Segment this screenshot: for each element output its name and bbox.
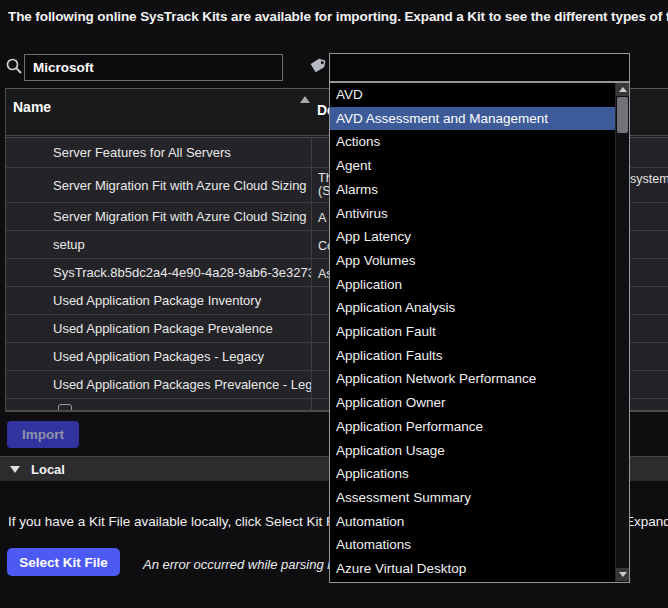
dropdown-option[interactable]: Azure Virtual Desktop	[330, 557, 615, 581]
kit-name: Server Features for All Servers	[6, 138, 311, 167]
dropdown-option[interactable]: App Latency	[330, 225, 615, 249]
dropdown-option[interactable]: Actions	[330, 130, 615, 154]
tag-filter-dropdown-list: AVD AVD Assessment and Management Action…	[329, 82, 630, 583]
kit-name: setup	[6, 231, 311, 258]
dropdown-option[interactable]: App Volumes	[330, 249, 615, 273]
dropdown-scrollbar[interactable]	[615, 83, 629, 582]
chevron-down-icon	[10, 466, 20, 473]
tag-filter-combobox-input[interactable]	[329, 53, 630, 82]
dropdown-option[interactable]: Application Performance	[330, 415, 615, 439]
dropdown-option[interactable]: Application	[330, 273, 615, 297]
dropdown-option[interactable]: AVD Assessment and Management	[330, 107, 615, 131]
checkbox-partial[interactable]	[58, 404, 72, 412]
dropdown-option[interactable]: Antivirus	[330, 202, 615, 226]
scroll-down-icon[interactable]	[616, 568, 629, 581]
dropdown-option[interactable]: Application Analysis	[330, 296, 615, 320]
parse-error-text: An error occurred while parsing i	[143, 557, 330, 572]
scrollbar-thumb[interactable]	[617, 97, 628, 133]
sort-ascending-icon	[300, 96, 310, 103]
search-input[interactable]	[24, 54, 283, 81]
search-icon	[5, 57, 23, 75]
kit-name: Used Application Package Inventory	[6, 287, 311, 314]
kit-file-help-text: If you have a Kit File available locally…	[8, 514, 337, 529]
local-section-title: Local	[31, 462, 65, 477]
import-button[interactable]: Import	[7, 421, 79, 448]
dropdown-option[interactable]: Applications	[330, 462, 615, 486]
kit-name: Server Migration Fit with Azure Cloud Si…	[6, 203, 311, 230]
dropdown-option[interactable]: Application Owner	[330, 391, 615, 415]
dropdown-option[interactable]: AVD	[330, 83, 615, 107]
kit-name: Used Application Package Prevalence	[6, 315, 311, 342]
kit-name: Used Application Packages - Legacy	[6, 343, 311, 370]
kit-file-help-text-fragment: Expand	[625, 514, 668, 529]
dropdown-option[interactable]: Automations	[330, 533, 615, 557]
dropdown-option[interactable]: Application Fault	[330, 320, 615, 344]
kit-name: Used Application Packages Prevalence - L…	[6, 371, 311, 398]
kit-name: SysTrack.8b5dc2a4-4e90-4a28-9ab6-3e32735…	[6, 259, 311, 286]
description-right-fragment: systems	[630, 172, 668, 186]
dropdown-option[interactable]: Agent	[330, 154, 615, 178]
select-kit-file-button[interactable]: Select Kit File	[7, 548, 120, 576]
dropdown-option[interactable]: Application Network Performance	[330, 367, 615, 391]
dropdown-option[interactable]: Application Faults	[330, 344, 615, 368]
dropdown-option[interactable]: Alarms	[330, 178, 615, 202]
tag-icon	[307, 55, 328, 76]
kit-name: Server Migration Fit with Azure Cloud Si…	[6, 168, 311, 202]
dropdown-options: AVD AVD Assessment and Management Action…	[330, 83, 615, 582]
dropdown-option[interactable]: Assessment Summary	[330, 486, 615, 510]
scroll-up-icon[interactable]	[616, 83, 629, 96]
instruction-text: The following online SysTrack Kits are a…	[8, 9, 668, 24]
dropdown-option[interactable]: Automation	[330, 510, 615, 534]
column-header-name[interactable]: Name	[13, 99, 51, 115]
dropdown-option[interactable]: Application Usage	[330, 439, 615, 463]
